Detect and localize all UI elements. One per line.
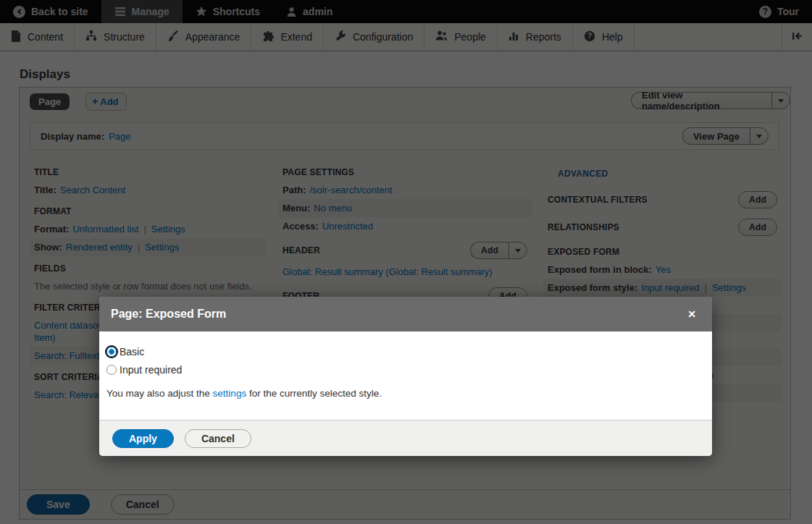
settings-note: You may also adjust the settings for the… bbox=[106, 388, 703, 399]
note-text-post: for the currently selected style. bbox=[246, 388, 382, 399]
input-required-radio[interactable] bbox=[106, 365, 117, 375]
basic-radio-label: Basic bbox=[120, 346, 144, 358]
apply-button[interactable]: Apply bbox=[112, 429, 174, 448]
dialog-body: Basic Input required You may also adjust… bbox=[99, 331, 712, 420]
radio-option-basic[interactable]: Basic bbox=[106, 346, 703, 358]
exposed-form-dialog: Page: Exposed Form ✕ Basic Input require… bbox=[99, 297, 712, 456]
dialog-buttonpane: Apply Cancel bbox=[99, 420, 712, 456]
radio-option-input-required[interactable]: Input required bbox=[106, 364, 703, 376]
close-icon[interactable]: ✕ bbox=[683, 305, 700, 323]
settings-link[interactable]: settings bbox=[213, 388, 247, 399]
dialog-titlebar[interactable]: Page: Exposed Form ✕ bbox=[99, 297, 712, 331]
input-required-radio-label: Input required bbox=[120, 364, 182, 376]
basic-radio[interactable] bbox=[106, 347, 117, 357]
dialog-cancel-button[interactable]: Cancel bbox=[185, 429, 251, 448]
note-text-pre: You may also adjust the bbox=[106, 388, 213, 399]
dialog-title: Page: Exposed Form bbox=[111, 308, 683, 321]
